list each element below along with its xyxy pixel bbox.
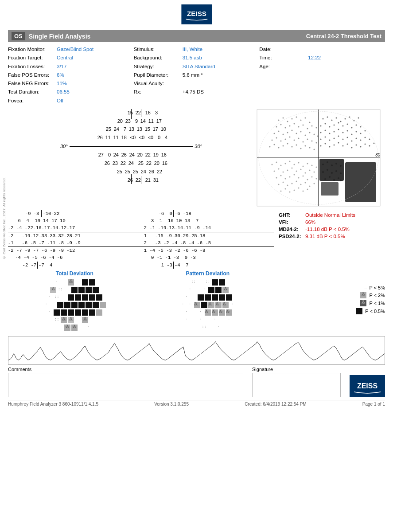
fixation-monitor-value: Gaze/Blind Spot: [57, 46, 93, 53]
svg-point-162: [322, 164, 324, 165]
svg-point-16: [285, 127, 286, 128]
legend-p1-label: P < 1%: [369, 301, 385, 306]
age-label: Age:: [259, 63, 308, 70]
svg-point-161: [307, 188, 308, 190]
h-axis-line: 30° 30°: [60, 143, 202, 151]
pupil-label: Pupil Diameter:: [134, 71, 183, 79]
svg-point-92: [342, 138, 344, 140]
svg-point-81: [342, 132, 344, 133]
svg-point-168: [327, 169, 328, 171]
svg-point-107: [356, 144, 357, 145]
total-dev-map: · ⁂ ⁂ :: · ::: [8, 278, 141, 332]
vfi-label: VFI:: [279, 219, 305, 225]
threshold-area: 15 22 16 3 20 23 9 14 11 17: [8, 109, 254, 208]
test-duration-label: Test Duration:: [8, 88, 57, 96]
header: ZEISS: [0, 0, 393, 27]
svg-point-17: [289, 125, 291, 126]
svg-point-173: [329, 176, 331, 178]
svg-point-167: [322, 171, 324, 173]
svg-point-66: [320, 125, 322, 126]
total-deviation-title: Total Deviation: [56, 270, 93, 277]
svg-point-158: [294, 189, 295, 191]
visual-area: 15 22 16 3 20 23 9 14 11 17: [8, 109, 385, 208]
fixation-target-value: Central: [57, 54, 73, 62]
copyright: © Carl Zeiss Meditec Inc., 2017. All rig…: [2, 177, 6, 259]
svg-point-35: [272, 139, 273, 141]
svg-point-105: [347, 143, 348, 145]
legend-p5: :: P < 5%: [279, 285, 385, 290]
stimulus-value: III, White: [183, 46, 202, 53]
pupil-value: 5.6 mm *: [183, 71, 203, 79]
analysis-type: Single Field Analysis: [29, 33, 306, 40]
svg-point-10: [296, 116, 297, 117]
threshold-row-0: 15 22 16 3: [60, 109, 202, 117]
svg-point-174: [333, 179, 335, 181]
svg-point-164: [331, 164, 333, 166]
svg-point-118: [285, 163, 286, 164]
svg-point-121: [298, 162, 300, 163]
svg-point-163: [327, 161, 328, 163]
svg-point-153: [309, 185, 311, 187]
svg-point-96: [360, 139, 362, 141]
svg-point-14: [276, 126, 277, 127]
svg-point-94: [351, 140, 353, 141]
svg-text:ZEISS: ZEISS: [187, 10, 206, 17]
threshold-row-4: 27 0 24 26 24 20 22 19 16: [60, 151, 202, 159]
svg-point-166: [340, 165, 342, 167]
svg-point-170: [335, 170, 337, 172]
svg-point-56: [314, 149, 315, 150]
svg-point-136: [276, 177, 277, 178]
total-deviation-numbers: -9 -3-10-22 -6 -4 -19-14-17-10 -2 -4 -22…: [8, 210, 141, 269]
svg-point-70: [338, 122, 339, 123]
vfi-row: VFI: 66%: [279, 219, 385, 225]
svg-point-95: [356, 137, 357, 139]
dot-pattern-area: 30°: [257, 109, 385, 208]
svg-point-101: [329, 146, 331, 147]
svg-point-41: [298, 137, 300, 139]
psd-value: 9.31 dB P < 0.5%: [305, 234, 345, 239]
md-label: MD24-2:: [279, 227, 305, 232]
svg-point-73: [351, 127, 353, 128]
svg-point-131: [296, 170, 297, 172]
os-label: OS: [12, 32, 25, 40]
md-value: -11.18 dB P < 0.5%: [305, 227, 350, 232]
legend-p5-label: P < 5%: [369, 285, 385, 290]
time-value: 12:22: [308, 54, 321, 62]
svg-point-127: [278, 168, 280, 169]
svg-point-125: [316, 166, 317, 168]
axis-30-left: 30°: [60, 143, 68, 151]
svg-point-108: [360, 146, 362, 147]
svg-point-143: [307, 179, 308, 180]
fixation-losses-label: Fixation Losses:: [8, 63, 57, 70]
svg-point-12: [305, 117, 306, 118]
svg-point-76: [320, 132, 322, 133]
svg-point-98: [369, 138, 370, 140]
svg-point-147: [283, 181, 284, 183]
svg-point-31: [305, 134, 306, 136]
comments-area: Comments: [8, 367, 243, 397]
fovea-label: Fovea:: [8, 97, 57, 105]
signature-field[interactable]: [252, 373, 341, 397]
date-label: Date:: [259, 46, 308, 53]
svg-point-88: [325, 136, 326, 137]
svg-point-74: [356, 124, 357, 125]
footer-left: Humphrey Field Analyzer 3 860-10911/1.4.…: [8, 402, 98, 407]
svg-point-51: [292, 146, 293, 147]
md-row: MD24-2: -11.18 dB P < 0.5%: [279, 227, 385, 232]
zeiss-logo-top: ZEISS: [181, 4, 212, 24]
bottom-section: Comments Signature ZEISS: [8, 367, 385, 397]
comments-field[interactable]: [8, 373, 243, 397]
legend-p2-label: P < 2%: [369, 293, 385, 298]
svg-point-62: [345, 118, 346, 119]
svg-point-69: [334, 124, 335, 125]
svg-point-116: [276, 161, 277, 163]
ght-row: GHT: Outside Normal Limits: [279, 212, 385, 218]
fixation-losses-value: 3/17: [57, 63, 66, 70]
waveform-section: [8, 336, 385, 365]
footer-page: Page 1 of 1: [362, 402, 385, 407]
svg-point-138: [285, 178, 286, 179]
svg-point-148: [287, 184, 288, 186]
svg-point-47: [274, 144, 275, 145]
svg-point-110: [369, 145, 370, 146]
svg-point-78: [329, 133, 331, 134]
